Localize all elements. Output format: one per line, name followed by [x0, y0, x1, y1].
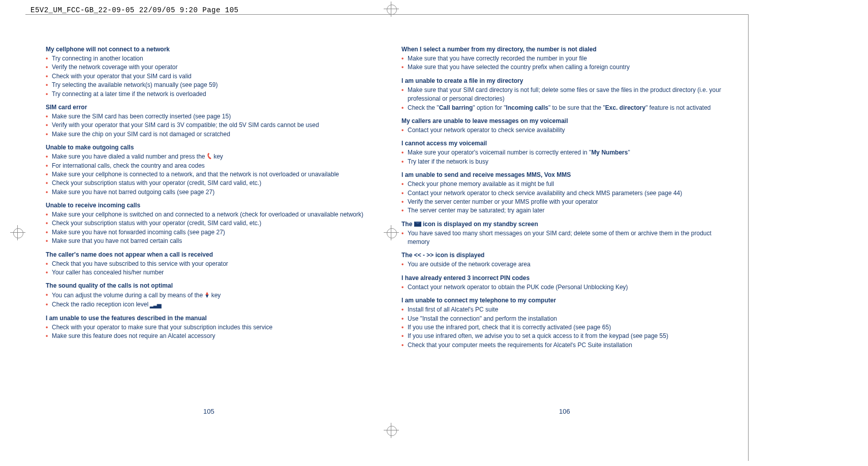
- list-item: Check that you have subscribed to this s…: [46, 260, 371, 268]
- list-item: Try connecting in another location: [46, 54, 371, 63]
- crop-mark-bottom: [376, 425, 407, 436]
- signal-bars-icon: ▂▃▅: [150, 301, 161, 309]
- bullet-list: Contact your network operator to check s…: [401, 126, 727, 135]
- section-title: I am unable to use the features describe…: [46, 315, 371, 322]
- list-item: Use "Install the connection" and perform…: [401, 315, 727, 323]
- section-title: Unable to receive incoming calls: [46, 202, 371, 209]
- bullet-list: Make sure your operator's voicemail numb…: [401, 148, 727, 166]
- page-right: When I select a number from my directory…: [401, 41, 727, 354]
- list-item: Make sure your operator's voicemail numb…: [401, 148, 727, 157]
- message-icon: [414, 222, 421, 227]
- section-title: SIM card error: [46, 104, 371, 111]
- list-item: Contact your network operator to check s…: [401, 189, 727, 198]
- border-top: [25, 14, 749, 15]
- list-item: The server center may be saturated; try …: [401, 206, 727, 215]
- bullet-list: Make sure you have dialed a valid number…: [46, 152, 371, 197]
- bullet-list: Try connecting in another location Verif…: [46, 54, 371, 99]
- page-number-left: 105: [203, 408, 214, 415]
- bullet-list: Make sure the SIM card has been correctl…: [46, 112, 371, 139]
- list-item: Check your subscription status with your…: [46, 219, 371, 228]
- list-item: Make sure that you have selected the cou…: [401, 63, 727, 72]
- section-title: The << - >> icon is displayed: [401, 252, 727, 259]
- list-item: Verify the server center number or your …: [401, 198, 727, 206]
- bullet-list: Make sure your cellphone is switched on …: [46, 210, 371, 246]
- section-title: I cannot access my voicemail: [401, 140, 727, 147]
- list-item: If you use the infrared port, check that…: [401, 323, 727, 332]
- section-title: Unable to make outgoing calls: [46, 144, 371, 151]
- list-item: Check that your computer meets the requi…: [401, 341, 727, 350]
- section-title: The caller's name does not appear when a…: [46, 251, 371, 258]
- page-number-right: 106: [559, 408, 570, 415]
- crop-mark-top: [376, 4, 407, 14]
- list-item: Verify the network coverage with your op…: [46, 63, 371, 72]
- border-right: [748, 14, 749, 461]
- bullet-list: Check with your operator to make sure th…: [46, 323, 371, 341]
- list-item: Try selecting the available network(s) m…: [46, 81, 371, 89]
- list-item: Check the radio reception icon level ▂▃▅: [46, 300, 371, 309]
- section-title: I am unable to connect my telephone to m…: [401, 297, 727, 304]
- bullet-list: Contact your network operator to obtain …: [401, 283, 727, 292]
- section-title: I am unable to create a file in my direc…: [401, 77, 727, 84]
- list-item: You have saved too many short messages o…: [401, 229, 727, 247]
- bullet-list: Make sure that your SIM card directory i…: [401, 86, 727, 112]
- list-item: Make sure your cellphone is connected to…: [46, 170, 371, 179]
- list-item: If you use infrared often, we advise you…: [401, 332, 727, 340]
- bullet-list: You can adjust the volume during a call …: [46, 291, 371, 309]
- list-item: Check the "Call barring" option for "Inc…: [401, 104, 727, 112]
- list-item: Install first of all Alcatel's PC suite: [401, 305, 727, 314]
- up-down-key-icon: ▲▼: [204, 291, 209, 299]
- list-item: Try connecting at a later time if the ne…: [46, 90, 371, 99]
- list-item: Your caller has concealed his/her number: [46, 268, 371, 277]
- bullet-list: You have saved too many short messages o…: [401, 229, 727, 247]
- list-item: For international calls, check the count…: [46, 162, 371, 170]
- list-item: Contact your network operator to obtain …: [401, 283, 727, 292]
- bullet-list: Check that you have subscribed to this s…: [46, 260, 371, 277]
- list-item: Check your subscription status with your…: [46, 179, 371, 188]
- section-title: I have already entered 3 incorrect PIN c…: [401, 274, 727, 282]
- page-left: My cellphone will not connect to a netwo…: [46, 41, 371, 345]
- list-item: Make sure you have not forwarded incomin…: [46, 228, 371, 237]
- list-item: Check your phone memory available as it …: [401, 180, 727, 189]
- list-item: Try later if the network is busy: [401, 158, 727, 166]
- call-key-icon: [207, 152, 212, 160]
- list-item: Make sure that you have correctly record…: [401, 54, 727, 63]
- list-item: Make sure that your SIM card directory i…: [401, 86, 727, 104]
- list-item: Contact your network operator to check s…: [401, 126, 727, 135]
- section-title: The icon is displayed on my standby scre…: [401, 221, 727, 228]
- section-title: My cellphone will not connect to a netwo…: [46, 46, 371, 53]
- list-item: Make sure this feature does not require …: [46, 332, 371, 340]
- list-item: Make sure your cellphone is switched on …: [46, 210, 371, 219]
- section-title: The sound quality of the calls is not op…: [46, 282, 371, 289]
- list-item: You can adjust the volume during a call …: [46, 291, 371, 300]
- section-title: I am unable to send and receive messages…: [401, 171, 727, 178]
- list-item: Make sure that you have not barred certa…: [46, 237, 371, 245]
- bullet-list: Make sure that you have correctly record…: [401, 54, 727, 72]
- bullet-list: You are outside of the network coverage …: [401, 260, 727, 269]
- section-title: When I select a number from my directory…: [401, 46, 727, 53]
- crop-mark-left: [3, 228, 33, 238]
- list-item: Make sure the chip on your SIM card is n…: [46, 130, 371, 139]
- section-title: My callers are unable to leave messages …: [401, 117, 727, 125]
- list-item: Make sure you have dialed a valid number…: [46, 152, 371, 161]
- list-item: Verify with your operator that your SIM …: [46, 121, 371, 130]
- list-item: Make sure the SIM card has been correctl…: [46, 112, 371, 121]
- list-item: Check with your operator that your SIM c…: [46, 72, 371, 81]
- list-item: Check with your operator to make sure th…: [46, 323, 371, 332]
- list-item: You are outside of the network coverage …: [401, 260, 727, 269]
- print-header: E5V2_UM_FCC-GB_22-09-05 22/09/05 9:20 Pa…: [30, 6, 238, 14]
- bullet-list: Install first of all Alcatel's PC suite …: [401, 305, 727, 350]
- bullet-list: Check your phone memory available as it …: [401, 180, 727, 215]
- list-item: Make sure you have not barred outgoing c…: [46, 188, 371, 197]
